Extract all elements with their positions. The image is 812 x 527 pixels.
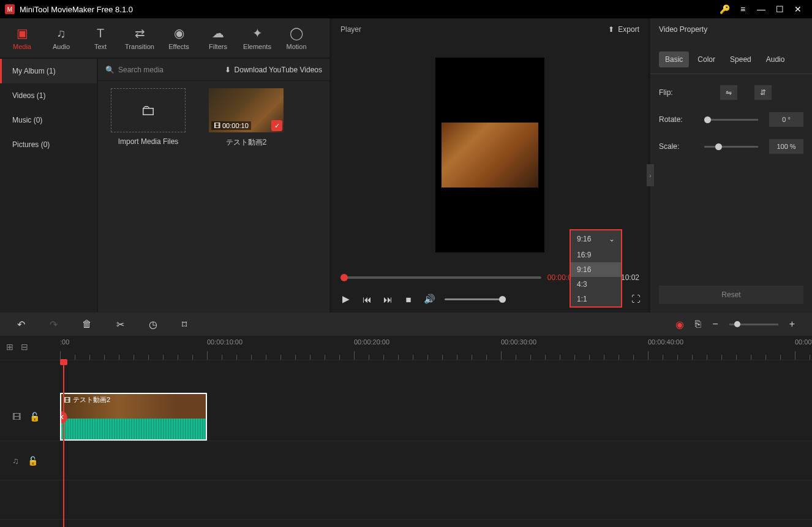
extra-track[interactable] <box>0 480 812 520</box>
export-icon: ⬆ <box>608 25 614 34</box>
lock-icon[interactable]: 🔓 <box>28 456 38 466</box>
reset-button[interactable]: Reset <box>659 286 803 304</box>
flip-label: Flip: <box>659 88 693 97</box>
search-icon: 🔍 <box>105 66 115 74</box>
ruler-label: 00:00:50: <box>795 338 812 346</box>
timeline-tracks: 🎞🔓 🎞テスト動画2 ✕ ♫🔓 <box>0 360 812 527</box>
menu-icon[interactable]: ≡ <box>734 0 752 18</box>
speed-button[interactable]: ◷ <box>149 319 157 330</box>
delete-button[interactable]: 🗑 <box>82 319 92 330</box>
prop-tab-basic[interactable]: Basic <box>659 51 689 67</box>
film-icon: 🎞 <box>214 122 220 129</box>
close-button[interactable]: ✕ <box>789 0 807 18</box>
snap-button[interactable]: ⎘ <box>695 319 701 330</box>
ruler-label: 00:00:10:00 <box>207 338 242 346</box>
volume-slider[interactable] <box>445 298 506 300</box>
prop-tab-speed[interactable]: Speed <box>724 51 757 67</box>
media-panel: ▣Media ♫Audio TText ⇄Transition ◉Effects… <box>0 18 329 313</box>
minimize-button[interactable]: — <box>752 0 770 18</box>
marker-button[interactable]: ◉ <box>675 319 684 330</box>
lock-icon[interactable]: 🔓 <box>29 412 40 422</box>
check-icon: ✓ <box>271 120 282 131</box>
rotate-slider[interactable] <box>704 119 758 121</box>
redo-button[interactable]: ↷ <box>50 319 58 330</box>
ruler-label: :00 <box>60 338 69 346</box>
tab-filters[interactable]: ☁Filters <box>198 18 238 58</box>
tab-media[interactable]: ▣Media <box>2 18 42 58</box>
ruler-label: 00:00:30:00 <box>501 338 536 346</box>
zoom-slider[interactable] <box>729 324 778 325</box>
music-icon: ♫ <box>57 26 66 40</box>
tab-transition[interactable]: ⇄Transition <box>120 18 159 58</box>
export-button[interactable]: ⬆Export <box>608 25 639 34</box>
undo-button[interactable]: ↶ <box>17 319 25 330</box>
download-youtube-link[interactable]: ⬇Download YouTube Videos <box>225 66 322 74</box>
sidebar-item-music[interactable]: Music (0) <box>0 108 97 132</box>
prev-button[interactable]: ⏮ <box>361 294 372 305</box>
properties-title: Video Property <box>650 18 812 40</box>
stop-button[interactable]: ■ <box>403 294 414 305</box>
scrub-slider[interactable] <box>340 276 541 279</box>
collapse-track-icon[interactable]: ⊟ <box>21 342 28 352</box>
app-title: MiniTool MovieMaker Free 8.1.0 <box>20 5 133 14</box>
key-icon[interactable]: 🔑 <box>715 0 734 18</box>
rotate-value[interactable]: 0 ° <box>769 112 803 127</box>
media-clip[interactable]: 🎞00:00:10 ✓ テスト動画2 <box>203 88 289 148</box>
expand-handle[interactable]: › <box>647 164 654 186</box>
next-button[interactable]: ⏭ <box>382 294 393 305</box>
playhead[interactable] <box>63 360 64 527</box>
folder-icon: 🗀 <box>141 102 156 119</box>
film-icon: 🎞 <box>64 396 70 404</box>
video-track[interactable]: 🎞🔓 🎞テスト動画2 ✕ <box>0 392 812 441</box>
sidebar-item-myalbum[interactable]: My Album (1) <box>0 59 97 83</box>
transition-icon: ⇄ <box>135 26 145 40</box>
text-icon: T <box>97 26 104 40</box>
fullscreen-button[interactable]: ⛶ <box>631 294 641 304</box>
tab-motion[interactable]: ◯Motion <box>277 18 316 58</box>
audio-track[interactable]: ♫🔓 <box>0 441 812 480</box>
prop-tab-audio[interactable]: Audio <box>760 51 791 67</box>
download-icon: ⬇ <box>225 66 231 74</box>
zoom-out-button[interactable]: − <box>712 319 718 330</box>
scale-label: Scale: <box>659 142 693 151</box>
flip-vertical-button[interactable]: ⇵ <box>754 85 772 100</box>
media-area: 🔍Search media ⬇Download YouTube Videos 🗀… <box>98 59 329 313</box>
volume-icon[interactable]: 🔊 <box>424 294 435 305</box>
add-track-icon[interactable]: ⊞ <box>6 342 13 352</box>
prop-tab-color[interactable]: Color <box>691 51 721 67</box>
play-button[interactable]: ▶ <box>340 294 351 305</box>
tab-text[interactable]: TText <box>81 18 120 58</box>
audio-track-icon: ♫ <box>12 456 19 466</box>
search-input[interactable]: 🔍Search media <box>105 66 217 74</box>
aspect-option-4-3[interactable]: 4:3 <box>571 277 621 292</box>
video-track-icon: 🎞 <box>12 412 21 422</box>
tab-elements[interactable]: ✦Elements <box>238 18 277 58</box>
sidebar-item-pictures[interactable]: Pictures (0) <box>0 132 97 157</box>
zoom-in-button[interactable]: + <box>789 319 795 330</box>
timeline: ↶ ↷ 🗑 ✂ ◷ ⌑ ◉ ⎘ − + ⊞ ⊟ :0000:00:10:0000… <box>0 313 812 527</box>
motion-icon: ◯ <box>290 26 303 40</box>
aspect-option-16-9[interactable]: 16:9 <box>571 248 621 262</box>
tab-audio[interactable]: ♫Audio <box>42 18 81 58</box>
timeline-ruler[interactable]: ⊞ ⊟ :0000:00:10:0000:00:20:0000:00:30:00… <box>0 336 812 360</box>
flip-horizontal-button[interactable]: ⇋ <box>720 85 737 100</box>
sidebar-item-videos[interactable]: Videos (1) <box>0 83 97 108</box>
clip-thumbnail: 🎞00:00:10 ✓ <box>209 88 284 132</box>
aspect-option-1-1[interactable]: 1:1 <box>571 292 621 306</box>
scale-value[interactable]: 100 % <box>769 139 803 154</box>
folder-icon: ▣ <box>17 26 28 40</box>
tab-effects[interactable]: ◉Effects <box>159 18 198 58</box>
audio-waveform <box>61 419 206 441</box>
timeline-clip[interactable]: 🎞テスト動画2 ✕ <box>60 393 207 441</box>
aspect-option-9-16[interactable]: 9:16 <box>571 262 621 277</box>
player-panel: Player ⬆Export 00:00:00:04 / 00:00:10:02… <box>332 18 648 313</box>
aspect-ratio-dropdown[interactable]: 9:16⌄ 16:9 9:16 4:3 1:1 <box>570 229 622 308</box>
crop-button[interactable]: ⌑ <box>182 319 187 330</box>
rotate-label: Rotate: <box>659 115 693 124</box>
ruler-label: 00:00:40:00 <box>648 338 683 346</box>
scale-slider[interactable] <box>704 146 758 148</box>
import-media-button[interactable]: 🗀 Import Media Files <box>105 88 191 148</box>
split-button[interactable]: ✂ <box>116 319 124 330</box>
preview-image <box>442 123 538 188</box>
maximize-button[interactable]: ☐ <box>770 0 789 18</box>
